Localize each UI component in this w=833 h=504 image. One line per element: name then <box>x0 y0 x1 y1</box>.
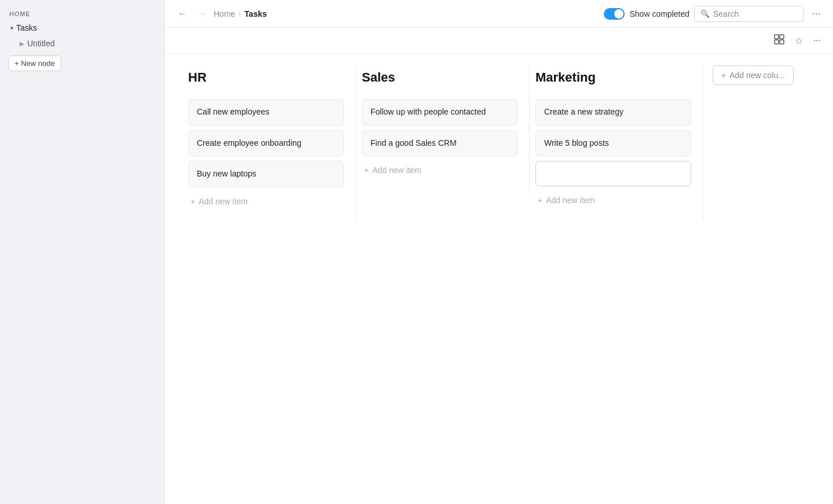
topbar-right: Show completed 🔍 Search ⋯ <box>604 5 824 22</box>
column-sales: Sales Follow up with people contacted Fi… <box>356 65 530 191</box>
toolbar-row: ☆ ··· <box>165 28 833 54</box>
sidebar-item-tasks[interactable]: ▾ Tasks <box>3 20 161 35</box>
card-create-strategy[interactable]: Create a new strategy <box>535 99 691 126</box>
more-options-button[interactable]: ⋯ <box>809 5 824 22</box>
svg-rect-0 <box>775 35 779 39</box>
card-find-crm[interactable]: Find a good Sales CRM <box>362 130 518 157</box>
more-button[interactable]: ··· <box>810 32 824 49</box>
add-icon-hr: + <box>190 197 195 206</box>
column-hr: HR Call new employees Create employee on… <box>182 65 356 222</box>
view-layout-button[interactable] <box>771 31 787 50</box>
sidebar-tasks-label: Tasks <box>16 23 37 32</box>
svg-rect-3 <box>780 40 784 44</box>
add-item-marketing-label: Add new item <box>546 196 595 205</box>
add-item-marketing[interactable]: + Add new item <box>535 191 691 209</box>
add-item-hr[interactable]: + Add new item <box>188 192 344 211</box>
breadcrumb: Home › Tasks <box>214 9 600 19</box>
column-hr-title: HR <box>188 65 344 90</box>
sidebar-item-untitled[interactable]: ▶ Untitled <box>3 36 161 50</box>
add-item-sales-label: Add new item <box>372 165 421 175</box>
search-icon: 🔍 <box>700 9 710 18</box>
card-call-new-employees[interactable]: Call new employees <box>188 99 344 126</box>
tasks-arrow-icon: ▾ <box>10 25 13 31</box>
card-buy-new-laptops[interactable]: Buy new laptops <box>188 161 344 187</box>
forward-button[interactable]: → <box>194 6 210 21</box>
breadcrumb-home[interactable]: Home <box>214 9 235 19</box>
untitled-arrow-icon: ▶ <box>20 41 24 47</box>
column-sales-title: Sales <box>362 65 518 90</box>
show-completed-label: Show completed <box>629 9 689 19</box>
add-column-area: + Add new colu... <box>703 65 794 85</box>
breadcrumb-separator: › <box>238 10 241 18</box>
toggle-switch[interactable] <box>604 8 625 20</box>
card-editing-marketing[interactable] <box>535 161 691 186</box>
card-create-employee-onboarding[interactable]: Create employee onboarding <box>188 130 344 157</box>
card-follow-up[interactable]: Follow up with people contacted <box>362 99 518 126</box>
svg-rect-1 <box>780 35 784 39</box>
star-button[interactable]: ☆ <box>792 32 806 49</box>
add-icon-marketing: + <box>538 196 542 205</box>
add-item-sales[interactable]: + Add new item <box>362 161 518 179</box>
breadcrumb-current: Tasks <box>244 9 267 19</box>
search-placeholder: Search <box>713 9 739 19</box>
add-column-label: Add new colu... <box>729 71 785 80</box>
main-area: ← → Home › Tasks Show completed 🔍 Search… <box>165 0 833 504</box>
add-item-hr-label: Add new item <box>199 197 248 206</box>
card-write-blog-posts[interactable]: Write 5 blog posts <box>535 130 691 157</box>
back-button[interactable]: ← <box>174 6 190 21</box>
sidebar-untitled-label: Untitled <box>27 39 54 48</box>
sidebar: HOME ▾ Tasks ▶ Untitled + New node <box>0 0 165 504</box>
show-completed-toggle[interactable]: Show completed <box>604 8 689 20</box>
board: HR Call new employees Create employee on… <box>165 54 833 504</box>
svg-rect-2 <box>775 40 779 44</box>
topbar: ← → Home › Tasks Show completed 🔍 Search… <box>165 0 833 28</box>
add-column-icon: + <box>721 71 726 80</box>
add-icon-sales: + <box>364 165 369 175</box>
sidebar-home-label: HOME <box>0 6 164 20</box>
column-marketing-title: Marketing <box>535 65 691 90</box>
column-marketing: Marketing Create a new strategy Write 5 … <box>530 65 703 221</box>
layout-icon <box>774 34 784 45</box>
add-column-button[interactable]: + Add new colu... <box>713 65 794 85</box>
new-node-button[interactable]: + New node <box>8 56 61 71</box>
search-box[interactable]: 🔍 Search <box>694 6 804 22</box>
